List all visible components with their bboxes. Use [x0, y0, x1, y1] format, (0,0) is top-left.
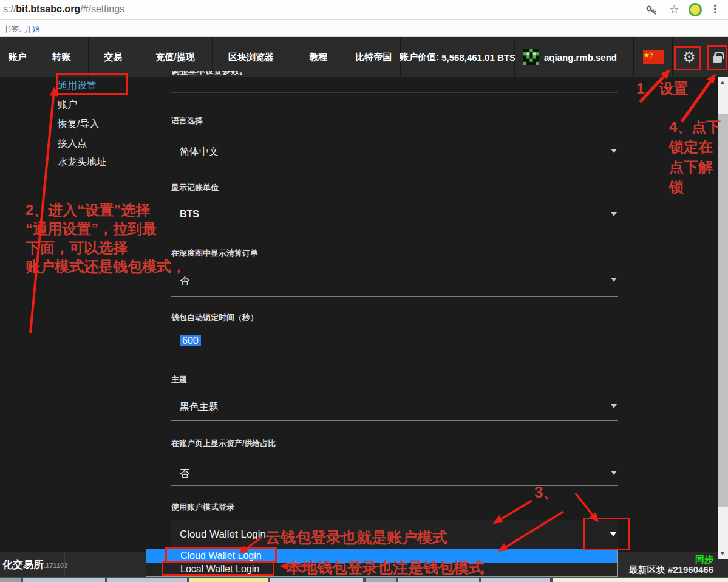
bookmark-item-start[interactable]: 开始: [24, 24, 40, 35]
sidebar-item-faucet-address[interactable]: 水龙头地址: [58, 156, 106, 169]
bookmarks-hint: 书签。: [3, 24, 27, 35]
key-icon[interactable]: [645, 3, 658, 16]
exchange-title: 化交易所.171102: [2, 558, 67, 572]
url-path: /#/settings: [80, 4, 124, 14]
extension-icon[interactable]: [689, 3, 702, 16]
screen: s://bit.btsabc.org/#/settings ☆ ⋮ 书签。 开始…: [0, 0, 728, 582]
option-cloud-wallet-login[interactable]: Cloud Wallet Login: [146, 549, 617, 563]
annotation-step2: 2、进入“设置”选择 “通用设置”，拉到最 下面，可以选择 账户模式还是钱包模式…: [26, 200, 186, 276]
field-label-unit: 显示记账单位: [171, 182, 219, 193]
annotation-arrows: [0, 0, 728, 582]
login-mode-value: Cloud Wallet Login: [180, 529, 266, 541]
sidebar-item-restore-import[interactable]: 恢复/导入: [58, 118, 99, 131]
select-depth-chart[interactable]: 否: [180, 275, 189, 287]
taskbar-item[interactable]: [0, 578, 21, 582]
url-domain: bit.btsabc.org: [16, 4, 80, 14]
select-asset-ratio[interactable]: 否: [180, 468, 189, 481]
field-underline: [171, 357, 618, 357]
taskbar-item[interactable]: [23, 578, 105, 582]
taskbar-sliver: [0, 577, 728, 582]
field-label-autolock: 钱包自动锁定时间（秒）: [171, 312, 258, 323]
taskbar-item[interactable]: [366, 578, 396, 582]
lock-icon: [713, 56, 722, 63]
nav-lock-button[interactable]: [706, 37, 728, 77]
scrollbar-up-arrow[interactable]: [720, 81, 725, 84]
sidebar-item-general-settings[interactable]: 通用设置: [58, 80, 97, 92]
chevron-down-icon[interactable]: [611, 149, 617, 153]
nav-user[interactable]: aqiang.rmb.send: [515, 37, 634, 77]
browser-url-bar[interactable]: s://bit.btsabc.org/#/settings ☆ ⋮: [0, 0, 728, 20]
annotation-step1: 1、设置: [636, 79, 688, 98]
avatar: [523, 49, 539, 65]
field-underline: [171, 231, 618, 231]
settings-intro-clipped: 调整基本设置参数。: [171, 71, 426, 78]
chevron-down-icon[interactable]: [611, 212, 617, 216]
taskbar-item[interactable]: [398, 578, 479, 582]
nav-tab-exchange[interactable]: 交易: [89, 37, 138, 77]
input-autolock-seconds[interactable]: 600: [180, 335, 201, 346]
field-underline: [171, 296, 618, 297]
bookmarks-bar: 书签。 开始: [0, 20, 728, 37]
nav-tab-account[interactable]: 账户: [0, 37, 35, 77]
gear-icon: ⚙: [682, 49, 696, 66]
selected-text: 600: [180, 335, 201, 346]
select-theme[interactable]: 黑色主题: [180, 401, 219, 414]
taskbar-item[interactable]: [107, 578, 187, 582]
taskbar-item[interactable]: [270, 578, 363, 582]
sidebar-item-access-point[interactable]: 接入点: [58, 137, 87, 150]
field-label-theme: 主题: [171, 374, 187, 385]
chain-status: 同步 最新区块 #21960466: [629, 554, 713, 575]
chevron-down-icon[interactable]: [611, 404, 617, 408]
select-login-mode[interactable]: Cloud Wallet Login: [171, 520, 618, 549]
field-label-depth-chart: 在深度图中显示清算订单: [171, 248, 258, 259]
chevron-down-icon: [610, 532, 617, 536]
field-label-login-mode: 使用账户模式登录: [171, 502, 234, 513]
field-underline: [171, 485, 618, 486]
omnibox-icons: ☆: [645, 2, 679, 17]
latest-block: 最新区块 #21960466: [629, 564, 713, 575]
scrollbar[interactable]: [718, 77, 728, 559]
nav-settings-button[interactable]: ⚙: [673, 37, 706, 77]
scrollbar-thumb[interactable]: [718, 114, 728, 507]
url-text[interactable]: s://bit.btsabc.org/#/settings: [3, 4, 124, 15]
sync-status: 同步: [629, 554, 713, 564]
nav-language-flag[interactable]: [634, 37, 673, 77]
divider: [64, 552, 65, 577]
taskbar-item[interactable]: [481, 578, 550, 582]
divider: [171, 92, 618, 93]
taskbar-item[interactable]: [189, 578, 268, 582]
field-label-language: 语言选择: [171, 115, 203, 126]
account-value-amount: 5,568,461.01 BTS: [441, 52, 515, 63]
url-scheme: s://: [3, 4, 16, 14]
login-mode-dropdown: Cloud Wallet Login Local Wallet Login: [146, 549, 618, 577]
bookmark-star-icon[interactable]: ☆: [669, 2, 679, 17]
browser-menu-icon[interactable]: ⋮: [710, 2, 721, 16]
sidebar-item-account[interactable]: 账户: [58, 98, 77, 111]
exchange-name: 化交易所: [2, 558, 44, 572]
select-language[interactable]: 简体中文: [180, 146, 219, 159]
nav-tab-transfer[interactable]: 转账: [35, 37, 89, 77]
field-label-asset-ratio: 在账户页上显示资产/供给占比: [171, 438, 276, 449]
username: aqiang.rmb.send: [544, 52, 617, 63]
account-value-label: 账户价值:: [400, 52, 439, 63]
field-underline: [171, 168, 618, 168]
option-local-wallet-login[interactable]: Local Wallet Login: [146, 563, 617, 576]
china-flag-icon: [643, 50, 664, 64]
select-unit[interactable]: BTS: [180, 209, 199, 220]
annotation-step4: 4、点下 锁定在 点下解 锁: [669, 117, 721, 197]
field-underline: [171, 420, 618, 421]
taskbar-item[interactable]: [553, 578, 728, 582]
chevron-down-icon[interactable]: [611, 471, 617, 475]
scrollbar-down-arrow[interactable]: [720, 552, 725, 555]
chevron-down-icon[interactable]: [611, 278, 617, 282]
